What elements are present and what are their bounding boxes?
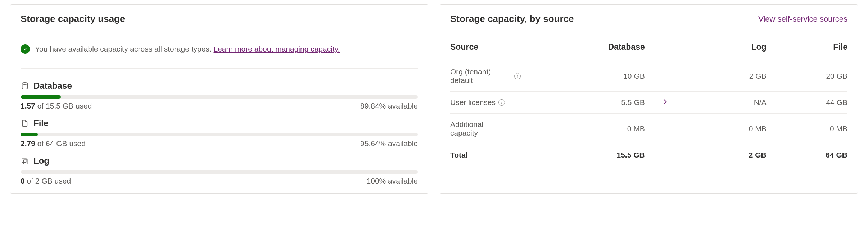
usage-stats: 1.57 of 15.5 GB used89.84% available <box>21 102 418 110</box>
table-row: Org (tenant) default i10 GB2 GB20 GB <box>450 61 847 92</box>
available-text: 89.84% available <box>360 102 418 110</box>
cell-expand <box>645 98 686 107</box>
cell-database: 10 GB <box>564 72 645 80</box>
table-row: Additional capacity0 MB0 MB0 MB <box>450 114 847 144</box>
cell-log: N/A <box>685 98 766 107</box>
cell-log: 2 GB <box>685 72 766 80</box>
used-text: 1.57 of 15.5 GB used <box>21 102 92 110</box>
view-self-service-link[interactable]: View self-service sources <box>758 14 847 24</box>
status-banner: You have available capacity across all s… <box>21 44 418 69</box>
card-title: Storage capacity, by source <box>450 13 574 25</box>
cell-database: 0 MB <box>564 124 645 133</box>
usage-label: Database <box>33 81 72 91</box>
card-header: Storage capacity usage <box>10 5 428 34</box>
card-body: You have available capacity across all s… <box>10 34 428 193</box>
card-title: Storage capacity usage <box>21 13 125 25</box>
progress-bar <box>21 95 418 99</box>
cell-database: 15.5 GB <box>564 151 645 159</box>
success-icon <box>21 44 30 54</box>
cell-file: 20 GB <box>767 72 847 80</box>
usage-label: File <box>33 118 48 128</box>
database-icon <box>21 81 29 90</box>
available-text: 100% available <box>367 177 418 185</box>
source-label: Total <box>450 151 564 159</box>
card-header: Storage capacity, by source View self-se… <box>440 5 858 34</box>
col-source: Source <box>450 42 564 52</box>
used-text: 2.79 of 64 GB used <box>21 139 86 148</box>
svg-point-0 <box>22 83 28 85</box>
available-text: 95.64% available <box>360 139 418 148</box>
learn-more-link[interactable]: Learn more about managing capacity. <box>214 45 340 53</box>
storage-source-card: Storage capacity, by source View self-se… <box>440 4 858 194</box>
col-file: File <box>767 42 847 52</box>
svg-rect-1 <box>22 158 26 163</box>
used-text: 0 of 2 GB used <box>21 177 71 185</box>
table-row: User licenses i5.5 GBN/A44 GB <box>450 92 847 114</box>
cell-log: 0 MB <box>685 124 766 133</box>
usage-item: File2.79 of 64 GB used95.64% available <box>21 118 418 148</box>
col-log: Log <box>685 42 766 52</box>
usage-stats: 2.79 of 64 GB used95.64% available <box>21 139 418 148</box>
source-label: Additional capacity <box>450 120 564 137</box>
source-table: Source Database Log File Org (tenant) de… <box>450 42 847 166</box>
card-body: Source Database Log File Org (tenant) de… <box>440 34 858 166</box>
cell-log: 2 GB <box>685 151 766 159</box>
log-icon <box>21 156 29 165</box>
usage-label: Log <box>33 156 49 166</box>
status-message: You have available capacity across all s… <box>35 45 214 53</box>
usage-list: Database1.57 of 15.5 GB used89.84% avail… <box>21 81 418 185</box>
cell-file: 64 GB <box>767 151 847 159</box>
usage-item: Database1.57 of 15.5 GB used89.84% avail… <box>21 81 418 110</box>
source-label: Org (tenant) default i <box>450 67 564 85</box>
cell-file: 0 MB <box>767 124 847 133</box>
svg-rect-2 <box>23 160 28 164</box>
progress-fill <box>21 95 61 99</box>
info-icon[interactable]: i <box>498 99 505 106</box>
progress-fill <box>21 133 38 136</box>
usage-item: Log0 of 2 GB used100% available <box>21 156 418 185</box>
table-header-row: Source Database Log File <box>450 42 847 61</box>
storage-usage-card: Storage capacity usage You have availabl… <box>10 4 428 194</box>
chevron-right-icon[interactable] <box>662 98 668 105</box>
progress-bar <box>21 170 418 174</box>
usage-stats: 0 of 2 GB used100% available <box>21 177 418 185</box>
table-row-total: Total15.5 GB2 GB64 GB <box>450 144 847 166</box>
info-icon[interactable]: i <box>514 73 521 79</box>
file-icon <box>21 119 29 128</box>
status-text: You have available capacity across all s… <box>35 45 340 53</box>
source-label: User licenses i <box>450 98 564 107</box>
cell-file: 44 GB <box>767 98 847 107</box>
col-database: Database <box>564 42 645 52</box>
cell-database: 5.5 GB <box>564 98 645 107</box>
progress-bar <box>21 133 418 136</box>
